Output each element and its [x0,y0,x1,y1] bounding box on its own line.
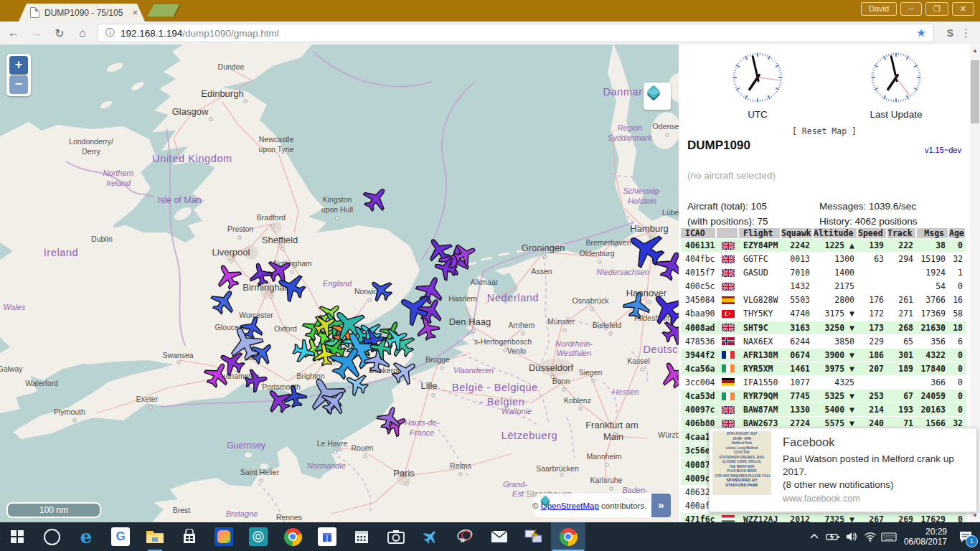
scroll-down-icon[interactable]: ▼ [970,511,980,521]
notification-meta: (8 other new notifications) [783,479,894,490]
restore-button[interactable]: ❐ [925,2,948,16]
aircraft-row-40097c[interactable]: 40097cBAW87AM13305400 ▼214193201630 [681,403,969,417]
column-header[interactable]: Squawk [781,228,814,239]
column-header[interactable]: Age [949,228,966,239]
cortana-button[interactable] [34,522,69,551]
aircraft-row-3cc004[interactable]: 3cc004IFA1550107743253660 [681,376,969,390]
url-path: /dump1090/gmap.html [182,28,278,39]
utc-clock-label: UTC [729,109,786,120]
scrollbar-thumb[interactable] [971,60,979,123]
tray-chevron-icon[interactable] [805,522,824,551]
flight-app-button[interactable] [413,522,448,551]
notification-source-link[interactable]: www.facebook.com [783,494,860,504]
start-button[interactable] [0,522,34,551]
taskbar-clock[interactable]: 20:29 06/08/2017 [904,527,947,547]
chrome-active-icon [560,528,578,546]
aircraft-row-4008ad[interactable]: 4008adSHT9C31633250 ▼1732682163018 [681,321,969,335]
teal-app-button[interactable] [241,522,275,551]
page-info-icon[interactable]: ⓘ [105,27,115,39]
zoom-out-button[interactable]: − [9,75,28,94]
remote-desktop-button[interactable] [517,522,551,551]
store-button[interactable] [172,522,207,551]
aircraft-row-4ca53d[interactable]: 4ca53dRYR79QM77455325 ▼25367240590 [681,390,969,403]
chrome-button[interactable] [275,522,310,551]
aircraft-row-345084[interactable]: 345084VLG828W55032800176261376616 [681,293,969,307]
minimize-button[interactable]: ─ [900,2,922,16]
snipping-tool-icon [456,529,473,545]
battery-icon[interactable] [824,522,842,551]
stat-history: History: 4062 positions [819,216,918,227]
reset-map-button[interactable]: [ Reset Map ] [679,126,970,136]
browser-titlebar: DUMP1090 - 75/105 × David ─ ❐ ✕ [0,0,980,22]
aircraft-row-4baa90[interactable]: 4baa90THY5KY47403175 ▼1722711736958 [681,307,969,321]
column-header[interactable]: Msgs [917,228,949,239]
last-update-clock [867,49,925,106]
google-icon: G [111,527,130,546]
address-bar[interactable]: ⓘ 192.168.1.194/dump1090/gmap.html ★ [98,24,934,42]
camera-icon [387,529,405,544]
flag-ie-icon [722,392,735,400]
profile-button[interactable]: David [861,2,897,16]
aircraft-row-406131[interactable]: 406131EZY84PM22421225 ▲139222380 [681,239,969,253]
home-icon[interactable]: ⌂ [73,27,92,39]
chrome-active-button[interactable] [551,522,585,551]
snipping-tool-button[interactable] [448,522,482,551]
new-tab-button[interactable] [147,4,181,17]
back-icon[interactable]: ← [4,27,23,39]
scroll-up-icon[interactable]: ▲ [970,46,980,56]
action-center-button[interactable]: 1 [951,522,980,551]
flag-hu-icon [722,515,735,522]
aircraft-row-4ca56a[interactable]: 4ca56aRYR5XM14613975 ▼207189178400 [681,362,969,376]
reload-icon[interactable]: ↻ [50,27,69,40]
google-app-button[interactable]: G [103,522,138,551]
bookmark-star-icon[interactable]: ★ [916,27,925,39]
aircraft-row-471f6c[interactable]: 471f6cWZZ12AJ20127325 ▼267269176290 [681,513,969,522]
map-layers-button[interactable] [644,83,671,110]
touch-keyboard-icon[interactable] [880,522,898,551]
solitaire-button[interactable] [310,522,344,551]
page-favicon-icon [30,7,39,18]
aircraft-row-3944f2[interactable]: 3944f2AFR138M06743900 ▼18630143220 [681,349,969,362]
camera-button[interactable] [379,522,413,551]
mail-envelope-icon [491,530,508,543]
version-link[interactable]: v1.15~dev [925,146,961,154]
file-explorer-button[interactable] [138,522,172,551]
aircraft-map[interactable]: DundeeEdinburghGlasgowLondonderry/DerryN… [0,44,679,522]
column-header[interactable]: Altitude [814,228,858,239]
page-title: DUMP1090 [687,138,750,153]
column-header[interactable]: Track [887,228,917,239]
aircraft-row-404fbc[interactable]: 404fbcGGTFC00131300632941519032 [681,253,969,266]
close-window-button[interactable]: ✕ [952,2,974,16]
column-header[interactable]: Flight [739,228,781,239]
facebook-notification-toast[interactable]: 20TH AUGUST 201710AM - 5PMStafford ParkL… [709,428,977,512]
wifi-icon[interactable] [861,522,880,551]
aircraft-row-478536[interactable]: 478536NAX6EX62443850229653566 [681,335,969,349]
plane-app-icon [421,527,440,546]
browser-tab[interactable]: DUMP1090 - 75/105 × [19,4,145,22]
edge-icon: e [80,528,93,545]
attribution-expand-button[interactable]: » [651,494,671,517]
zoom-in-button[interactable]: + [9,56,28,75]
aircraft-row-400c5c[interactable]: 400c5c14322175540 [681,280,969,293]
browser-menu-icon[interactable]: ⋮ [961,27,971,39]
remote-computers-icon [524,528,543,545]
calendar-button[interactable] [344,522,379,551]
spiral-app-icon [249,527,268,546]
column-header[interactable]: ICAO [681,228,717,239]
selection-info: (no aircraft selected) [687,170,776,181]
map-zoom-control: + − [6,54,31,96]
volume-icon[interactable] [842,522,861,551]
edge-button[interactable]: e [69,522,103,551]
gift-app-icon [318,527,336,546]
mail-button[interactable] [482,522,517,551]
flag-de-icon [722,378,735,386]
tab-close-icon[interactable]: × [132,8,138,17]
column-header[interactable] [717,228,739,239]
aircraft-row-4015f7[interactable]: 4015f7GASUD7010140019241 [681,266,969,280]
candy-game-icon [215,527,233,546]
candy-game-button[interactable] [207,522,241,551]
extension-icon[interactable]: S [947,27,953,39]
browser-toolbar: ← → ↻ ⌂ ⓘ 192.168.1.194/dump1090/gmap.ht… [0,22,980,45]
column-header[interactable]: Speed [858,228,887,239]
flag-gb-icon [722,269,735,277]
